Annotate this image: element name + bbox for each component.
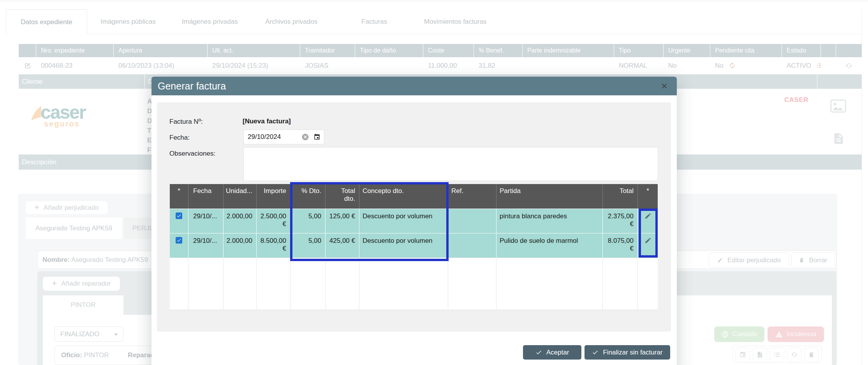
factura-label: Factura Nº: bbox=[169, 118, 203, 126]
tab-movimientos-facturas[interactable]: Movimientos facturas bbox=[424, 9, 487, 34]
annotation-discount-columns bbox=[290, 182, 449, 261]
observaciones-label: Observaciones: bbox=[169, 150, 215, 158]
row1-select-cell[interactable] bbox=[170, 209, 188, 233]
row1-fecha: 29/10/... bbox=[188, 209, 224, 233]
tab-archivos-privados[interactable]: Archivos privados bbox=[265, 9, 317, 34]
checkbox-checked-icon[interactable] bbox=[176, 212, 182, 219]
top-divider bbox=[0, 1, 868, 1]
tab-datos-expediente[interactable]: Datos expediente bbox=[6, 9, 87, 34]
caser-logo-triangle bbox=[31, 106, 42, 121]
trash-icon-button[interactable] bbox=[804, 347, 819, 362]
add-reparador-button[interactable]: + Añadir reparador bbox=[43, 277, 120, 291]
cell-ult-act: 29/10/2024 (15:23) bbox=[208, 57, 300, 74]
dialog-header: Generar factura bbox=[151, 77, 677, 95]
fecha-value-field[interactable] bbox=[248, 130, 291, 144]
cell-refresh[interactable] bbox=[836, 57, 862, 74]
list-icon[interactable] bbox=[817, 62, 821, 69]
plus-icon: + bbox=[52, 278, 57, 288]
grid-col-edit[interactable]: * bbox=[638, 184, 658, 209]
cell-coste: 11.000,00 bbox=[423, 57, 474, 74]
row-edit-cell[interactable] bbox=[19, 57, 36, 74]
col-benef[interactable]: % Benef. bbox=[474, 44, 523, 57]
cell-tipo: NORMAL bbox=[614, 57, 664, 74]
cell-estado: ACTIVO bbox=[782, 57, 821, 74]
col-pendiente-cita[interactable]: Pendiente cita bbox=[710, 44, 782, 57]
image-placeholder-icon[interactable] bbox=[830, 99, 846, 113]
fecha-input[interactable] bbox=[243, 130, 324, 144]
col-coste[interactable]: Coste bbox=[423, 44, 474, 57]
col-tramitador[interactable]: Tramitador bbox=[300, 44, 355, 57]
grid-col-total[interactable]: Total bbox=[603, 184, 638, 209]
incidencia-button[interactable]: Incidencia bbox=[768, 326, 824, 342]
col-parte-indemnizable[interactable]: Parte indemnizable bbox=[523, 44, 614, 57]
reparador-actions bbox=[732, 346, 822, 363]
row2-unidad: 2.000,00 bbox=[224, 233, 257, 258]
col-tipo-dano[interactable]: Tipo de daño bbox=[355, 44, 423, 57]
check-icon bbox=[535, 349, 542, 356]
grid-col-select[interactable]: * bbox=[170, 184, 188, 209]
contado-button[interactable]: Contado bbox=[714, 326, 764, 342]
col-estado[interactable]: Estado bbox=[782, 44, 821, 57]
tab-pintor[interactable]: PINTOR bbox=[43, 295, 123, 315]
row2-importe: 8.500,00 € bbox=[257, 233, 291, 258]
chevron-down-icon bbox=[114, 333, 118, 336]
row2-select-cell[interactable] bbox=[170, 233, 188, 258]
grid-col-importe[interactable]: Importe bbox=[257, 184, 291, 209]
fecha-label: Fecha: bbox=[169, 134, 190, 142]
check-icon bbox=[592, 349, 599, 356]
grid-col-ref[interactable]: Ref. bbox=[448, 184, 497, 209]
observaciones-textarea[interactable] bbox=[243, 147, 658, 181]
estado-select[interactable]: FINALIZADO bbox=[55, 326, 123, 342]
tabs-underline bbox=[87, 34, 862, 34]
col-edit[interactable] bbox=[19, 44, 36, 57]
cell-tipo-dano bbox=[355, 57, 423, 74]
row1-ref bbox=[448, 209, 497, 233]
tab-imagenes-privadas[interactable]: Imágenes privadas bbox=[182, 9, 238, 34]
grid-col-partida[interactable]: Partida bbox=[497, 184, 603, 209]
calendar-icon-button[interactable] bbox=[736, 347, 750, 362]
clear-date-icon[interactable] bbox=[301, 133, 309, 141]
col-extra bbox=[821, 44, 836, 57]
cell-pendiente: No bbox=[710, 57, 782, 74]
tab-imagenes-publicas[interactable]: Imágenes públicas bbox=[100, 9, 156, 34]
finalizar-sin-facturar-button[interactable]: Finalizar sin facturar bbox=[585, 345, 670, 360]
col-nro-expediente[interactable]: Nro. expediente bbox=[36, 44, 114, 57]
cell-tramitador: JOSIAS bbox=[300, 57, 355, 74]
pencil-icon bbox=[717, 257, 723, 263]
sync-icon-button[interactable] bbox=[787, 347, 801, 362]
col-apertura[interactable]: Apertura bbox=[114, 44, 208, 57]
aceptar-button[interactable]: Aceptar bbox=[523, 345, 581, 360]
edit-square-icon bbox=[24, 62, 31, 69]
cell-benef: 31,82 bbox=[474, 57, 523, 74]
col-refresh bbox=[836, 44, 862, 57]
col-tipo[interactable]: Tipo bbox=[614, 44, 664, 57]
trash-icon bbox=[799, 257, 805, 263]
checkbox-checked-icon[interactable] bbox=[176, 237, 182, 244]
col-urgente[interactable]: Urgente bbox=[664, 44, 710, 57]
pdf-icon bbox=[757, 351, 763, 358]
borrar-button[interactable]: Borrar bbox=[791, 253, 835, 268]
calendar-icon[interactable] bbox=[313, 133, 320, 140]
grid-col-unidad[interactable]: Unidad... bbox=[224, 184, 257, 209]
list-icon bbox=[774, 351, 780, 358]
document-icon[interactable] bbox=[832, 130, 845, 147]
cell-nro: 000468-23 bbox=[36, 57, 114, 74]
sync-icon bbox=[791, 351, 798, 358]
expediente-table-row[interactable]: 000468-23 06/10/2023 (13:04) 29/10/2024 … bbox=[19, 57, 862, 74]
close-icon[interactable] bbox=[658, 80, 671, 92]
editar-perjudicado-button[interactable]: Editar perjudicado bbox=[709, 253, 789, 268]
calendar-icon bbox=[739, 351, 746, 358]
row2-fecha: 29/10/... bbox=[188, 233, 224, 258]
tab-asegurado[interactable]: Asegurado Testing APK59 bbox=[26, 218, 122, 239]
grid-empty-rows bbox=[170, 258, 658, 310]
col-ult-act[interactable]: Ult. act. bbox=[208, 44, 300, 57]
add-perjudicado-button[interactable]: + Añadir perjudicado bbox=[26, 201, 107, 214]
row2-total: 8.075,00 € bbox=[603, 233, 638, 258]
tab-facturas[interactable]: Facturas bbox=[361, 9, 387, 34]
row1-total: 2.375,00 € bbox=[603, 209, 638, 233]
grid-col-fecha[interactable]: Fecha bbox=[188, 184, 224, 209]
row1-importe: 2.500,00 € bbox=[257, 209, 291, 233]
section-cliente: Cliente bbox=[19, 74, 144, 89]
pdf-icon-button[interactable] bbox=[753, 347, 767, 362]
list-icon-button[interactable] bbox=[770, 347, 784, 362]
